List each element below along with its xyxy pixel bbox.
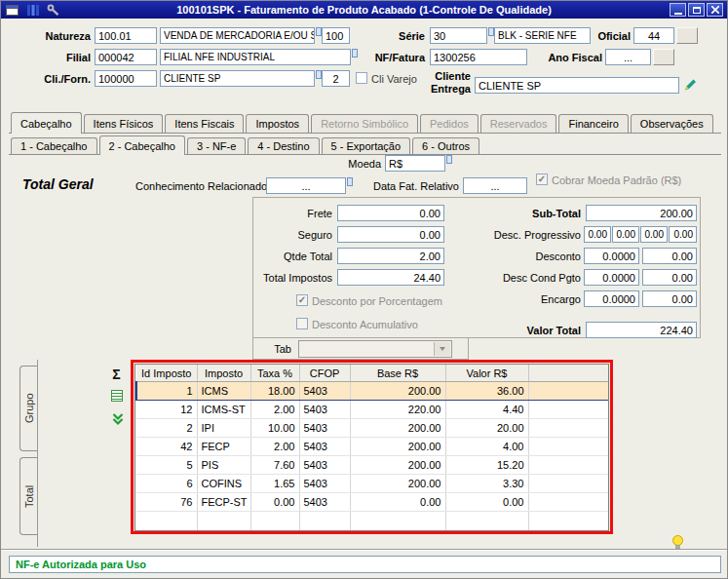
desconto-valor-field[interactable]: 0.00	[642, 248, 697, 264]
cell-cfop[interactable]: 5403	[299, 438, 350, 456]
cell-valor[interactable]: 4.00	[445, 438, 528, 456]
cell-imposto[interactable]: IPI	[197, 419, 250, 438]
subtab-3-nfe[interactable]: 3 - NF-e	[187, 137, 246, 154]
filial-code-field[interactable]: 000042	[95, 49, 157, 65]
cell-valor[interactable]: 15.20	[445, 456, 528, 475]
cell-base[interactable]: 200.00	[350, 456, 445, 475]
cell-base[interactable]: 200.00	[350, 419, 445, 438]
subtab-6-outros[interactable]: 6 - Outros	[412, 137, 479, 154]
cell-imposto[interactable]: ICMS-ST	[197, 401, 250, 419]
grid-row[interactable]: 6 COFINS 1.65 5403 200.00 3.30	[136, 475, 609, 493]
grid-row-selected[interactable]: 1 ICMS 18.00 5403 200.00 36.00	[136, 382, 609, 401]
close-button[interactable]	[707, 3, 723, 17]
grid-row[interactable]: 12 ICMS-ST 2.00 5403 220.00 4.40	[136, 401, 609, 419]
subtab-2-cabecalho[interactable]: 2 - Cabeçalho	[99, 135, 186, 155]
cell-base[interactable]: 200.00	[350, 438, 445, 456]
cell-taxa[interactable]: 2.00	[250, 401, 299, 419]
cell-id[interactable]: 6	[136, 475, 197, 493]
cell-valor[interactable]: 4.40	[445, 401, 528, 419]
encargo-pct-field[interactable]: 0.0000	[584, 290, 639, 307]
tab-financeiro[interactable]: Financeiro	[558, 114, 628, 133]
maximize-button[interactable]	[688, 3, 705, 17]
cell-taxa[interactable]: 1.65	[250, 475, 299, 493]
cell-cfop[interactable]: 5403	[299, 401, 350, 419]
cell-imposto[interactable]: PIS	[197, 456, 250, 475]
cell-taxa[interactable]: 0.00	[250, 493, 299, 512]
cell-id[interactable]: 1	[136, 382, 197, 401]
filial-desc-field[interactable]: FILIAL NFE INDUSTRIAL	[160, 49, 351, 65]
cell-cfop[interactable]: 5403	[299, 456, 350, 475]
cell-id[interactable]: 76	[136, 493, 197, 512]
subtotal-field[interactable]: 200.00	[586, 205, 697, 221]
tab-itens-fiscais[interactable]: Itens Fiscais	[165, 114, 244, 133]
col-header-valor[interactable]: Valor R$	[445, 365, 528, 382]
cell-id[interactable]: 12	[136, 401, 197, 419]
cell-taxa[interactable]: 7.60	[250, 456, 299, 475]
cell-base[interactable]: 200.00	[350, 475, 445, 493]
cell-cfop[interactable]: 5403	[299, 493, 350, 512]
desc-progressivo-field-4[interactable]: 0.00	[669, 226, 697, 243]
natureza-desc-field[interactable]: VENDA DE MERCADORIA E/OU SERVI	[160, 27, 315, 44]
tab-cabecalho[interactable]: Cabeçalho	[11, 112, 82, 134]
tab-itens-fisicos[interactable]: Itens Físicos	[84, 114, 164, 133]
frete-field[interactable]: 0.00	[337, 205, 444, 221]
nf-fatura-field[interactable]: 1300256	[430, 49, 527, 65]
cell-valor[interactable]: 0.00	[445, 493, 528, 512]
data-fat-field[interactable]: ...	[463, 177, 527, 194]
edit-pencil-icon[interactable]	[681, 76, 698, 93]
wrench-icon[interactable]	[46, 3, 60, 17]
cell-id[interactable]: 2	[136, 419, 197, 438]
seguro-field[interactable]: 0.00	[337, 226, 444, 243]
cell-taxa[interactable]: 18.00	[250, 382, 299, 401]
desc-progressivo-field-1[interactable]: 0.00	[584, 226, 611, 243]
col-header-cfop[interactable]: CFOP	[299, 365, 350, 382]
col-header-taxa[interactable]: Taxa %	[250, 365, 299, 382]
serie-code-field[interactable]: 30	[430, 27, 487, 44]
grid-row[interactable]: 42 FECP 2.00 5403 200.00 4.00	[136, 438, 609, 456]
cell-imposto[interactable]: ICMS	[197, 382, 250, 401]
sidetab-grupo[interactable]: Grupo	[19, 366, 37, 451]
col-header-imposto[interactable]: Imposto	[197, 365, 250, 382]
col-header-base[interactable]: Base R$	[350, 365, 445, 382]
desc-progressivo-field-3[interactable]: 0.00	[640, 226, 668, 243]
ano-fiscal-field[interactable]: ...	[605, 49, 651, 65]
cell-taxa[interactable]: 2.00	[250, 438, 299, 456]
valor-total-field[interactable]: 224.40	[586, 322, 697, 338]
grid-export-icon[interactable]	[108, 387, 125, 404]
subtab-1-cabecalho[interactable]: 1 - Cabeçalho	[11, 137, 97, 154]
desconto-pct-field[interactable]: 0.0000	[584, 248, 639, 264]
cell-valor[interactable]: 20.00	[445, 419, 528, 438]
col-header-id-imposto[interactable]: Id Imposto	[136, 365, 197, 382]
sidetab-total[interactable]: Total	[19, 457, 37, 535]
sum-icon[interactable]: Σ	[108, 366, 125, 382]
desc-cond-valor-field[interactable]: 0.00	[642, 269, 697, 286]
desc-progressivo-field-2[interactable]: 0.00	[612, 226, 639, 243]
cell-imposto[interactable]: COFINS	[197, 475, 250, 493]
cell-imposto[interactable]: FECP-ST	[197, 493, 250, 512]
total-impostos-field[interactable]: 24.40	[337, 269, 444, 286]
cell-cfop[interactable]: 5403	[299, 475, 350, 493]
cliente-entrega-field[interactable]: CLIENTE SP	[475, 77, 679, 94]
natureza-code-field[interactable]: 100.01	[95, 27, 157, 44]
qtde-total-field[interactable]: 2.00	[337, 248, 444, 264]
cli-extra-field[interactable]: 2	[322, 70, 350, 87]
cell-cfop[interactable]: 5403	[299, 419, 350, 438]
subtab-4-destino[interactable]: 4 - Destino	[248, 137, 319, 154]
grid-row[interactable]: 2 IPI 10.00 5403 200.00 20.00	[136, 419, 609, 438]
moeda-field[interactable]: R$	[385, 155, 445, 172]
cell-valor[interactable]: 3.30	[445, 475, 528, 493]
subtab-5-exportacao[interactable]: 5 - Exportação	[322, 137, 411, 154]
oficial-field[interactable]: 44	[633, 27, 674, 44]
cli-code-field[interactable]: 100000	[95, 70, 157, 87]
minimize-button[interactable]	[670, 3, 686, 17]
cell-id[interactable]: 5	[136, 456, 197, 475]
cli-desc-field[interactable]: CLIENTE SP	[160, 70, 315, 87]
natureza-extra-field[interactable]: 100	[322, 27, 350, 44]
desc-cond-pct-field[interactable]: 0.0000	[584, 269, 639, 286]
conhecimento-field[interactable]: ...	[266, 177, 346, 194]
encargo-valor-field[interactable]: 0.00	[642, 290, 697, 307]
cell-base[interactable]: 200.00	[350, 382, 445, 401]
cell-base[interactable]: 220.00	[350, 401, 445, 419]
tab-observacoes[interactable]: Observações	[631, 114, 713, 133]
cli-varejo-checkbox[interactable]	[356, 72, 367, 84]
